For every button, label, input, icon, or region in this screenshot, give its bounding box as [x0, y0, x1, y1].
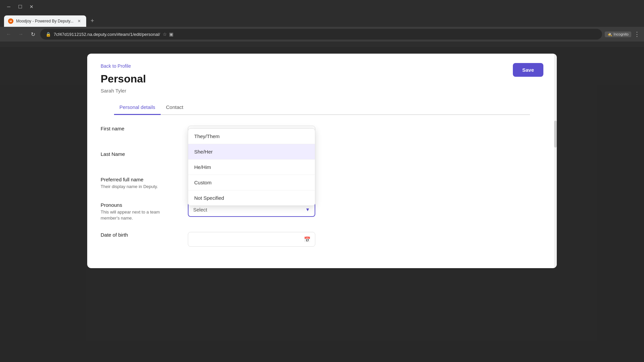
- address-icons: ☆ ▣: [163, 32, 173, 37]
- address-input-wrapper[interactable]: 🔒 7cf47d19112152.na.deputy.com/#team/1/e…: [40, 29, 602, 40]
- date-of-birth-field: Date of birth 📅: [101, 232, 543, 247]
- dob-input[interactable]: [188, 232, 315, 247]
- first-name-label-group: First name: [101, 126, 174, 133]
- pronouns-dropdown-menu: They/Them She/Her He/Him Custom: [188, 128, 315, 206]
- tab-close-button[interactable]: ✕: [76, 18, 82, 24]
- modal-subtitle: Sarah Tyler: [101, 88, 543, 94]
- last-name-field: Last Name: [101, 151, 543, 166]
- dropdown-item-not-specified[interactable]: Not Specified: [188, 190, 315, 205]
- forward-button[interactable]: →: [16, 29, 25, 39]
- back-to-profile-link[interactable]: Back to Profile: [101, 63, 131, 69]
- incognito-icon: 🕵: [607, 32, 612, 37]
- modal-overlay: Back to Profile ✕ Save Personal Sarah Ty…: [0, 47, 644, 362]
- first-name-label: First name: [101, 126, 174, 131]
- pronouns-field: Pronouns This will appear next to a team…: [101, 202, 543, 221]
- dob-input-group: 📅: [188, 232, 543, 247]
- preferred-name-field: Preferred full name Their display name i…: [101, 177, 543, 191]
- tab-personal-details[interactable]: Personal details: [114, 100, 161, 115]
- dob-label-group: Date of birth: [101, 232, 174, 239]
- star-icon[interactable]: ☆: [163, 32, 167, 37]
- dropdown-item-custom[interactable]: Custom: [188, 175, 315, 190]
- refresh-button[interactable]: ↻: [28, 29, 38, 39]
- preferred-name-label-group: Preferred full name Their display name i…: [101, 177, 174, 190]
- minimize-button[interactable]: ─: [4, 2, 13, 11]
- pronouns-select-wrapper: They/Them She/Her He/Him Custom: [188, 202, 315, 217]
- tab-title: Moodjoy - Powered By Deputy...: [16, 19, 73, 23]
- last-name-label: Last Name: [101, 151, 174, 157]
- maximize-button[interactable]: ☐: [15, 2, 25, 11]
- menu-icon[interactable]: ⋮: [634, 31, 640, 38]
- modal-header: Back to Profile ✕ Save Personal Sarah Ty…: [87, 54, 557, 115]
- dropdown-item-she-her[interactable]: She/Her: [188, 144, 315, 160]
- first-name-field: First name: [101, 126, 543, 140]
- incognito-badge: 🕵 Incognito: [605, 32, 631, 37]
- browser-chrome: ─ ☐ ✕ M Moodjoy - Powered By Deputy... ✕…: [0, 0, 644, 47]
- modal-title: Personal: [101, 73, 543, 85]
- preferred-name-label: Preferred full name: [101, 177, 174, 182]
- browser-window-controls: ─ ☐ ✕: [4, 2, 36, 11]
- chevron-down-icon: ▼: [305, 207, 310, 212]
- pronouns-description: This will appear next to a team member's…: [101, 209, 174, 221]
- modal-body: First name Last Name Preferred full name: [87, 115, 557, 268]
- pronouns-label: Pronouns: [101, 202, 174, 208]
- tab-bar: M Moodjoy - Powered By Deputy... ✕ +: [0, 13, 644, 27]
- calendar-icon[interactable]: 📅: [304, 236, 311, 243]
- tab-favicon: M: [8, 18, 13, 24]
- address-bar-row: ← → ↻ 🔒 7cf47d19112152.na.deputy.com/#te…: [0, 27, 644, 42]
- incognito-label: Incognito: [613, 32, 629, 36]
- dob-label: Date of birth: [101, 232, 174, 238]
- back-button[interactable]: ←: [4, 29, 13, 39]
- window-close-button[interactable]: ✕: [27, 2, 36, 11]
- dob-input-wrapper: 📅: [188, 232, 315, 247]
- modal: Back to Profile ✕ Save Personal Sarah Ty…: [87, 54, 557, 268]
- save-button[interactable]: Save: [513, 63, 543, 77]
- pronouns-label-group: Pronouns This will appear next to a team…: [101, 202, 174, 221]
- tab-navigation: Personal details Contact: [114, 100, 530, 115]
- address-text: 7cf47d19112152.na.deputy.com/#team/1/edi…: [54, 32, 160, 37]
- active-tab[interactable]: M Moodjoy - Powered By Deputy... ✕: [4, 15, 86, 27]
- pronouns-input-group: They/Them She/Her He/Him Custom: [188, 202, 543, 217]
- split-view-icon[interactable]: ▣: [169, 32, 173, 37]
- dropdown-item-they-them[interactable]: They/Them: [188, 129, 315, 144]
- dropdown-item-he-him[interactable]: He/Him: [188, 160, 315, 175]
- new-tab-button[interactable]: +: [88, 16, 97, 25]
- pronouns-select-value: Select: [193, 207, 207, 213]
- browser-titlebar: ─ ☐ ✕: [0, 0, 644, 13]
- tab-contact[interactable]: Contact: [161, 100, 189, 115]
- last-name-label-group: Last Name: [101, 151, 174, 158]
- preferred-name-description: Their display name in Deputy.: [101, 184, 174, 190]
